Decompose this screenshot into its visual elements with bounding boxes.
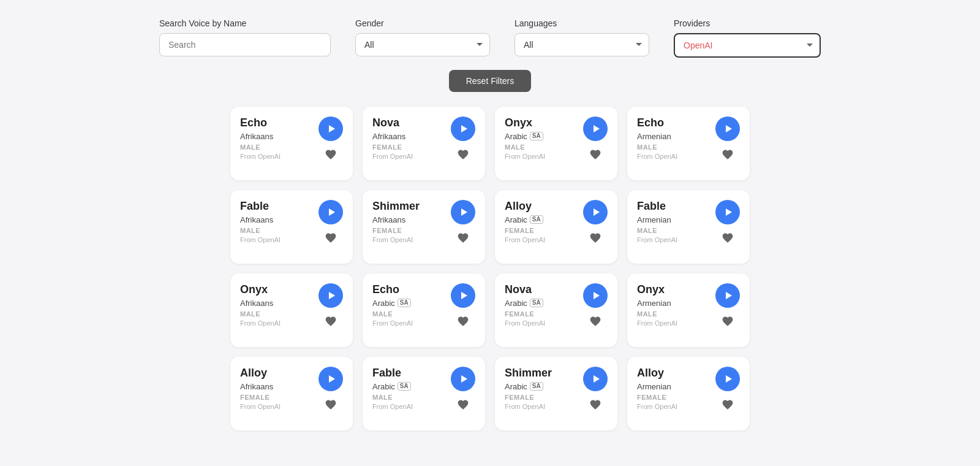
favorite-button[interactable] — [323, 231, 338, 245]
favorite-button[interactable] — [720, 147, 735, 162]
voice-provider: From OpenAI — [637, 319, 677, 327]
card-top-row: Fable Afrikaans MALE From OpenAI — [240, 200, 343, 245]
favorite-button[interactable] — [720, 397, 735, 412]
card-info: Fable Afrikaans MALE From OpenAI — [240, 200, 281, 243]
svg-marker-7 — [726, 208, 732, 216]
voice-card: Shimmer Afrikaans FEMALE From OpenAI — [363, 190, 485, 264]
favorite-button[interactable] — [588, 397, 603, 412]
favorite-button[interactable] — [720, 314, 735, 329]
play-button[interactable] — [451, 200, 475, 224]
play-button[interactable] — [451, 283, 475, 308]
voice-name: Nova — [505, 283, 545, 297]
search-input[interactable] — [159, 33, 331, 56]
favorite-button[interactable] — [323, 397, 338, 412]
language-label: Languages — [514, 18, 649, 28]
play-button[interactable] — [451, 116, 475, 141]
card-info: Onyx Afrikaans MALE From OpenAI — [240, 283, 281, 327]
voice-name: Nova — [372, 116, 413, 130]
favorite-button[interactable] — [323, 147, 338, 162]
play-icon — [723, 291, 733, 300]
card-lang-row: Arabic SA — [505, 215, 545, 224]
voice-name: Fable — [240, 200, 281, 213]
voice-card: Echo Arabic SA MALE From OpenAI — [363, 273, 485, 347]
card-info: Echo Armenian MALE From OpenAI — [637, 116, 677, 160]
play-button[interactable] — [715, 200, 740, 224]
favorite-button[interactable] — [456, 147, 470, 162]
play-button[interactable] — [583, 200, 608, 224]
voice-gender: MALE — [637, 227, 677, 234]
card-lang-row: Arabic SA — [505, 132, 545, 141]
voice-card: Nova Afrikaans FEMALE From OpenAI — [363, 107, 485, 180]
voice-language: Arabic — [505, 132, 527, 141]
play-button[interactable] — [583, 283, 608, 308]
play-button[interactable] — [318, 367, 343, 391]
card-lang-row: Armenian — [637, 215, 677, 224]
svg-marker-6 — [594, 208, 600, 216]
card-info: Shimmer Afrikaans FEMALE From OpenAI — [372, 200, 420, 243]
voice-provider: From OpenAI — [372, 403, 413, 410]
provider-select[interactable]: OpenAI ElevenLabs Google — [674, 33, 821, 58]
favorite-button[interactable] — [588, 231, 603, 245]
voice-gender: FEMALE — [240, 394, 281, 401]
play-button[interactable] — [318, 116, 343, 141]
play-button[interactable] — [451, 367, 475, 391]
favorite-button[interactable] — [588, 314, 603, 329]
voice-gender: FEMALE — [505, 394, 552, 401]
favorite-button[interactable] — [588, 147, 603, 162]
language-select[interactable]: All Afrikaans Arabic Armenian — [514, 33, 649, 56]
card-controls — [715, 283, 740, 329]
voice-name: Alloy — [505, 200, 545, 213]
play-icon — [723, 207, 733, 217]
play-button[interactable] — [715, 116, 740, 141]
play-button[interactable] — [318, 200, 343, 224]
voice-language: Afrikaans — [372, 215, 405, 224]
favorite-button[interactable] — [456, 397, 470, 412]
reset-btn-row: Reset Filters — [12, 70, 968, 92]
card-controls — [583, 367, 608, 412]
voice-provider: From OpenAI — [505, 403, 552, 410]
heart-icon — [457, 232, 469, 244]
language-badge: SA — [530, 299, 543, 307]
reset-filters-button[interactable]: Reset Filters — [449, 70, 532, 92]
heart-icon — [589, 148, 601, 161]
play-icon — [459, 124, 469, 134]
card-lang-row: Afrikaans — [240, 132, 281, 141]
card-info: Fable Arabic SA MALE From OpenAI — [372, 367, 413, 410]
heart-icon — [722, 399, 734, 411]
voice-name: Echo — [372, 283, 413, 297]
voice-language: Arabic — [372, 382, 395, 391]
favorite-button[interactable] — [720, 231, 735, 245]
voice-name: Onyx — [637, 283, 677, 297]
card-top-row: Fable Armenian MALE From OpenAI — [637, 200, 740, 245]
card-controls — [318, 283, 343, 329]
voice-gender: FEMALE — [637, 394, 677, 401]
voice-language: Armenian — [637, 382, 671, 391]
svg-marker-14 — [594, 375, 600, 383]
provider-filter-group: Providers OpenAI ElevenLabs Google — [674, 18, 821, 58]
voice-card: Onyx Arabic SA MALE From OpenAI — [495, 107, 617, 180]
voice-provider: From OpenAI — [505, 319, 545, 327]
heart-icon — [325, 148, 337, 161]
voice-card: Shimmer Arabic SA FEMALE From OpenAI — [495, 357, 617, 430]
card-top-row: Onyx Armenian MALE From OpenAI — [637, 283, 740, 329]
favorite-button[interactable] — [456, 314, 470, 329]
gender-select[interactable]: All Male Female — [355, 33, 490, 56]
play-button[interactable] — [583, 367, 608, 391]
voice-gender: MALE — [240, 310, 281, 318]
card-lang-row: Afrikaans — [372, 215, 420, 224]
svg-marker-15 — [726, 375, 732, 383]
voice-name: Echo — [240, 116, 281, 130]
play-button[interactable] — [583, 116, 608, 141]
play-button[interactable] — [318, 283, 343, 308]
favorite-button[interactable] — [323, 314, 338, 329]
provider-label: Providers — [674, 18, 821, 28]
voice-provider: From OpenAI — [372, 319, 413, 327]
play-button[interactable] — [715, 367, 740, 391]
favorite-button[interactable] — [456, 231, 470, 245]
voice-provider: From OpenAI — [505, 153, 545, 160]
card-lang-row: Arabic SA — [372, 299, 413, 308]
play-button[interactable] — [715, 283, 740, 308]
voice-gender: MALE — [637, 143, 677, 151]
voice-gender: MALE — [240, 143, 281, 151]
card-top-row: Fable Arabic SA MALE From OpenAI — [372, 367, 475, 412]
